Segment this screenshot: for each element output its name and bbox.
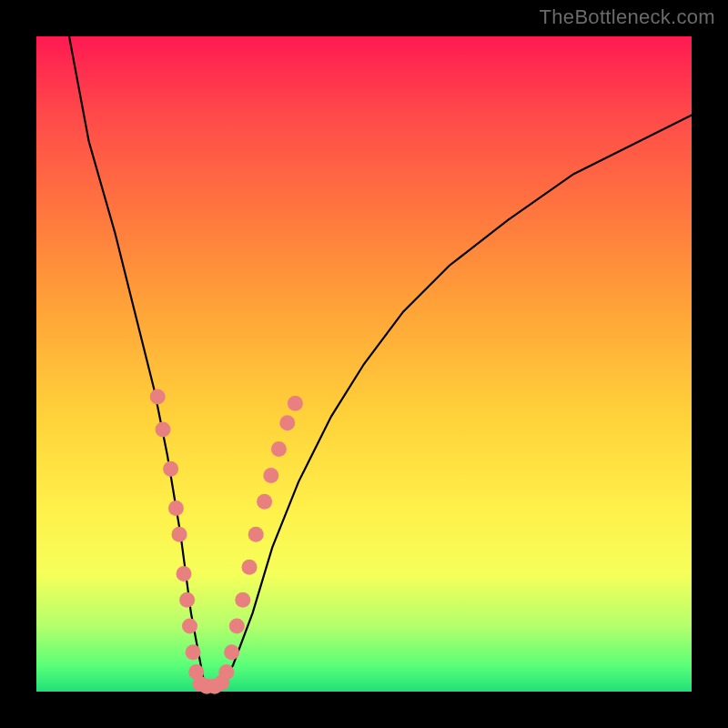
bottleneck-curve: [69, 36, 692, 686]
data-marker: [182, 619, 197, 634]
data-marker: [235, 592, 250, 608]
watermark-text: TheBottleneck.com: [540, 5, 715, 29]
data-marker: [263, 468, 278, 483]
data-marker: [248, 527, 264, 542]
data-marker: [179, 592, 195, 608]
chart-frame: TheBottleneck.com: [0, 0, 728, 728]
data-marker: [186, 644, 201, 660]
data-marker: [172, 527, 187, 542]
plot-area: [36, 36, 692, 692]
data-marker: [271, 441, 287, 457]
data-marker: [177, 566, 192, 581]
data-marker: [156, 422, 171, 438]
data-marker: [257, 494, 272, 510]
data-marker: [218, 664, 234, 680]
data-marker: [224, 644, 239, 660]
data-marker: [168, 500, 184, 516]
data-marker: [150, 389, 166, 405]
data-marker: [288, 396, 303, 411]
data-marker: [163, 461, 178, 477]
marker-group: [150, 389, 303, 694]
data-marker: [279, 415, 295, 430]
data-marker: [229, 619, 245, 634]
data-marker: [242, 560, 258, 575]
curve-layer: [36, 36, 692, 692]
